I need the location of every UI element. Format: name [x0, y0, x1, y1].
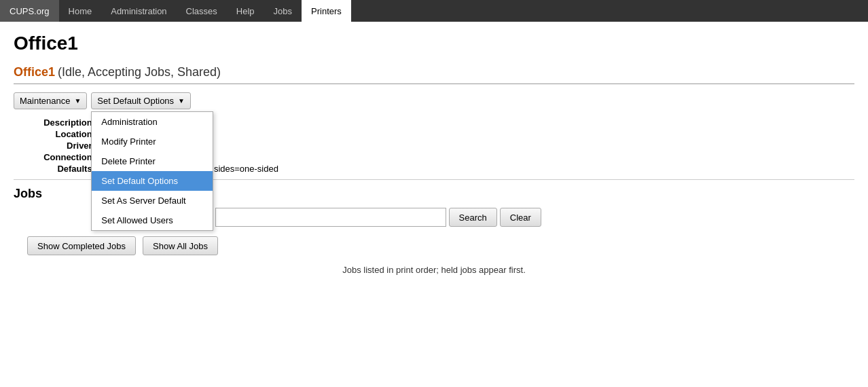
options-dropdown[interactable]: Set Default Options ▼ [91, 92, 191, 109]
maintenance-label: Maintenance [20, 96, 70, 106]
search-input[interactable] [215, 208, 446, 227]
nav-printers[interactable]: Printers [302, 0, 351, 22]
show-all-jobs-button[interactable]: Show All Jobs [143, 236, 218, 255]
nav-classes[interactable]: Classes [177, 0, 227, 22]
jobs-btn-row: Show Completed Jobs Show All Jobs [27, 236, 854, 255]
jobs-info-text: Jobs listed in print order; held jobs ap… [14, 265, 854, 275]
top-navigation: CUPS.org Home Administration Classes Hel… [0, 0, 868, 22]
maintenance-arrow: ▼ [74, 97, 81, 105]
options-menu: Administration Modify Printer Delete Pri… [91, 111, 213, 231]
menu-item-delete-printer[interactable]: Delete Printer [92, 151, 213, 171]
menu-item-modify-printer[interactable]: Modify Printer [92, 132, 213, 151]
nav-jobs[interactable]: Jobs [264, 0, 302, 22]
menu-item-administration[interactable]: Administration [92, 112, 213, 132]
printer-link[interactable]: Office1 [14, 65, 55, 79]
nav-cups[interactable]: CUPS.org [0, 0, 59, 22]
clear-button[interactable]: Clear [500, 208, 541, 227]
search-button[interactable]: Search [449, 208, 497, 227]
description-label: Description: [14, 117, 95, 128]
connection-label: Connection: [14, 152, 95, 162]
menu-item-set-allowed-users[interactable]: Set Allowed Users [92, 210, 213, 230]
show-completed-jobs-button[interactable]: Show Completed Jobs [27, 236, 136, 255]
options-label: Set Default Options [97, 96, 174, 106]
menu-item-set-default-options[interactable]: Set Default Options [92, 171, 213, 191]
nav-home[interactable]: Home [59, 0, 102, 22]
controls-row: Maintenance ▼ Set Default Options ▼ Admi… [14, 92, 854, 109]
nav-administration[interactable]: Administration [101, 0, 176, 22]
maintenance-dropdown[interactable]: Maintenance ▼ [14, 92, 87, 109]
options-dropdown-container: Set Default Options ▼ Administration Mod… [91, 92, 191, 109]
maintenance-dropdown-container: Maintenance ▼ [14, 92, 87, 109]
options-arrow: ▼ [178, 97, 185, 105]
nav-help[interactable]: Help [227, 0, 264, 22]
menu-item-set-as-server-default[interactable]: Set As Server Default [92, 191, 213, 210]
printer-title-bar: Office1 (Idle, Accepting Jobs, Shared) [14, 65, 854, 84]
printer-status: (Idle, Accepting Jobs, Shared) [58, 65, 221, 79]
defaults-label: Defaults: [14, 164, 95, 174]
driver-label: Driver: [14, 141, 95, 151]
location-label: Location: [14, 129, 95, 139]
page-title: Office1 [14, 33, 854, 54]
